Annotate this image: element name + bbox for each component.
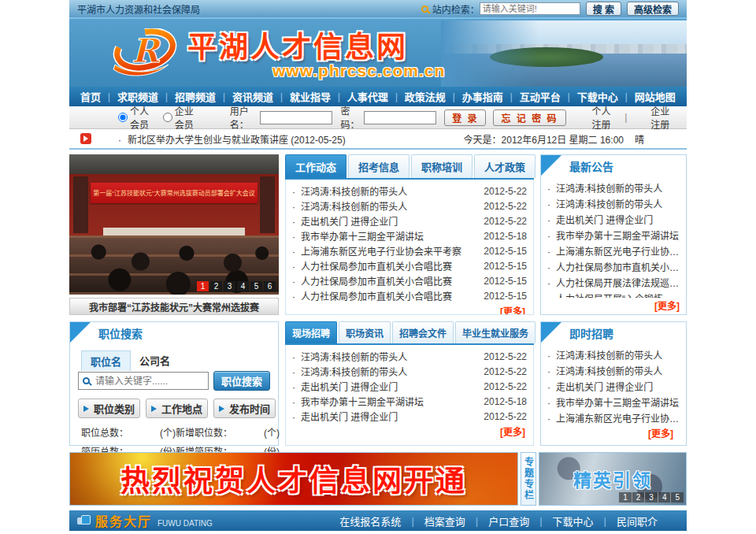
news-row: 走出机关门 进得企业门2012-5-22	[292, 379, 527, 394]
celebration-banner[interactable]: 热烈祝贺人才信息网开通	[69, 452, 518, 506]
search-button[interactable]: 搜 索	[586, 2, 621, 16]
tab-graduate-service[interactable]: 毕业生就业服务	[455, 321, 536, 343]
tab-position-name[interactable]: 职位名	[81, 350, 131, 371]
notice-row: 我市举办第十三期金平湖讲坛	[547, 227, 680, 243]
nav-item-service-guide[interactable]: 办事指南	[462, 89, 503, 104]
elite-page-4[interactable]: 4	[658, 492, 671, 502]
nav-item-home[interactable]: 首页	[80, 89, 101, 104]
news-row: 我市举办第十三期金平湖讲坛2012-5-18	[292, 394, 527, 409]
slide-page-3[interactable]: 3	[224, 281, 235, 291]
filter-location-button[interactable]: 工作地点	[146, 399, 208, 418]
link-download-center[interactable]: 下载中心	[543, 514, 604, 528]
top-utility-bar: 平湖市人力资源和社会保障局 站内检索： 搜 索 高级检索	[69, 0, 687, 17]
tab-jobfair-files[interactable]: 招聘会文件	[392, 321, 454, 343]
work-news-more-link[interactable]: [更多]	[292, 303, 527, 315]
site-search-input[interactable]	[480, 2, 580, 15]
stat-unit: (个)	[248, 425, 280, 439]
password-field[interactable]	[364, 111, 436, 124]
username-field[interactable]	[260, 111, 332, 124]
filter-date-button[interactable]: 发布时间	[213, 399, 276, 418]
job-search-tabs: 职位名 公司名	[81, 350, 278, 371]
personal-member-radio[interactable]	[118, 113, 128, 122]
elite-page-3[interactable]: 3	[644, 492, 658, 502]
panel-corner-decoration	[70, 322, 91, 343]
masthead: R 平湖人才信息网 www.phrcsc.com.cn	[69, 17, 687, 87]
news-row: 汪鸿涛:科技创新的带头人2012-5-22	[292, 198, 527, 213]
service-hall-title: 服务大厅	[95, 511, 152, 530]
notice-row: 上海浦东新区光电子行业协会来平考	[547, 243, 680, 258]
elite-banner[interactable]: 精英引领 1 2 3 4 5	[539, 452, 687, 506]
member-type-personal[interactable]: 个人会员	[118, 104, 155, 131]
instant-row: 上海浦东新区光电子行业协会来平考	[547, 410, 680, 425]
nav-item-news[interactable]: 资讯频道	[232, 89, 273, 104]
instant-more-link[interactable]: [更多]	[547, 425, 680, 442]
keyword-input-wrap	[78, 372, 209, 390]
link-hukou-query[interactable]: 户口查询	[478, 514, 539, 528]
photo-slideshow-panel: 第一届“江苏技能状元”大赛常州选拔赛动员部署会扩大会议 1 2 3 4 5 6 …	[69, 154, 279, 315]
weather-text: 晴	[635, 132, 644, 146]
nav-item-interaction[interactable]: 互动平台	[520, 89, 561, 104]
nav-item-sitemap[interactable]: 网站地图	[635, 89, 676, 104]
notice-list: 汪鸿涛:科技创新的带头人 汪鸿涛:科技创新的带头人 走出机关门 进得企业门 我市…	[541, 177, 686, 298]
keyword-input[interactable]	[94, 375, 204, 388]
register-company-link[interactable]: 企业注册	[650, 104, 679, 131]
job-search-button[interactable]: 职位搜索	[213, 371, 270, 391]
notice-more-link[interactable]: [更多]	[541, 298, 686, 314]
nav-item-download[interactable]: 下载中心	[577, 89, 618, 104]
nav-item-hr-agency[interactable]: 人事代理	[347, 89, 388, 104]
panel-corner-decoration	[541, 155, 561, 176]
arrow-right-icon	[151, 406, 157, 412]
tab-exam-info[interactable]: 招考信息	[348, 154, 410, 178]
tab-career-info[interactable]: 职场资讯	[339, 321, 391, 343]
arrow-right-icon	[219, 406, 224, 412]
news-row: 汪鸿涛:科技创新的带头人2012-5-22	[292, 349, 527, 364]
nav-item-jobseeker[interactable]: 求职频道	[117, 89, 158, 104]
nav-item-recruit[interactable]: 招聘频道	[175, 89, 216, 104]
tab-title-training[interactable]: 职称培训	[411, 154, 472, 178]
special-column-tab[interactable]: 专题专栏	[521, 452, 536, 506]
recruit-news-more-link[interactable]: [更多]	[292, 424, 527, 440]
tab-talent-policy[interactable]: 人才政策	[474, 154, 536, 178]
notice-row: 汪鸿涛:科技创新的带头人	[547, 180, 680, 195]
company-member-radio[interactable]	[163, 113, 172, 122]
link-private-agency[interactable]: 民间职介	[606, 514, 668, 528]
notice-row: 人力社保局开展“入企锻炼提素质”	[547, 290, 680, 298]
elite-page-5[interactable]: 5	[670, 492, 684, 502]
slideshow-caption[interactable]: 我市部署“江苏技能状元”大赛常州选拔赛	[69, 298, 279, 315]
instant-row: 汪鸿涛:科技创新的带头人	[547, 362, 680, 378]
tab-company-name[interactable]: 公司名	[131, 350, 179, 371]
slide-page-4[interactable]: 4	[237, 281, 249, 291]
elite-page-1[interactable]: 1	[619, 492, 632, 502]
recruit-news-panel: 现场招聘 职场资讯 招聘会文件 毕业生就业服务 汪鸿涛:科技创新的带头人2012…	[285, 321, 534, 446]
link-online-signup[interactable]: 在线报名系统	[329, 514, 411, 528]
job-search-panel: 职位搜索 职位名 公司名 职位搜索 职位类别	[69, 321, 279, 446]
register-personal-link[interactable]: 个人注册	[592, 104, 621, 131]
advanced-search-button[interactable]: 高级检索	[627, 2, 679, 16]
elite-page-2[interactable]: 2	[632, 492, 645, 502]
slide-page-1[interactable]: 1	[197, 281, 209, 291]
instant-row: 我市举办第十三期金平湖讲坛	[547, 394, 680, 410]
news-row: 走出机关门 进得企业门2012-5-22	[292, 409, 527, 424]
instant-recruit-title: 即时招聘	[569, 325, 613, 341]
ticker-headline[interactable]: 新北区举办大学生创业与就业政策讲座 (2012-05-25)	[118, 132, 346, 146]
news-row: 走出机关门 进得企业门2012-5-22	[292, 213, 527, 228]
forgot-password-button[interactable]: 忘 记 密 码	[493, 109, 565, 126]
tab-onsite-recruit[interactable]: 现场招聘	[285, 321, 337, 343]
login-button[interactable]: 登 录	[444, 109, 486, 126]
slideshow-photo[interactable]: 第一届“江苏技能状元”大赛常州选拔赛动员部署会扩大会议 1 2 3 4 5 6	[69, 154, 279, 295]
slide-page-2[interactable]: 2	[210, 281, 222, 291]
site-logo-icon[interactable]: R	[110, 28, 180, 82]
service-links: 在线报名系统| 档案查询| 户口查询| 下载中心| 民间职介	[329, 514, 668, 528]
tab-work-news[interactable]: 工作动态	[285, 154, 346, 178]
nav-item-policy[interactable]: 政策法规	[405, 89, 446, 104]
search-icon	[421, 6, 428, 13]
link-archive-query[interactable]: 档案查询	[414, 514, 476, 528]
nav-item-guidance[interactable]: 就业指导	[290, 89, 331, 104]
slide-page-5[interactable]: 5	[250, 281, 262, 291]
notice-panel-title: 最新公告	[569, 158, 613, 174]
news-row: 我市举办第十三期金平湖讲坛2012-5-18	[292, 228, 527, 243]
slide-page-6[interactable]: 6	[264, 281, 276, 291]
stat-label: 新增职位数：	[176, 425, 248, 439]
member-type-company[interactable]: 企业会员	[163, 104, 200, 131]
filter-category-button[interactable]: 职位类别	[78, 399, 140, 418]
